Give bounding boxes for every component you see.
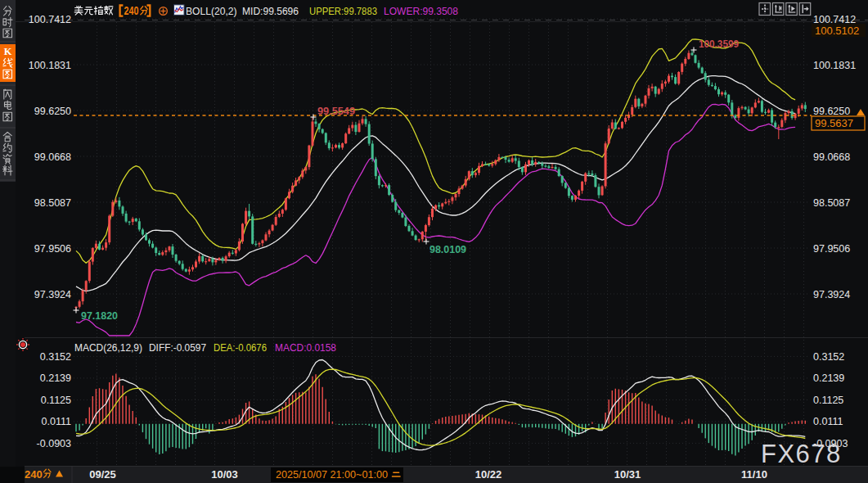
svg-text:DEA:-0.0676: DEA:-0.0676	[214, 341, 267, 354]
svg-text:UPPER:99.7883: UPPER:99.7883	[309, 5, 377, 17]
svg-text:FX678: FX678	[761, 440, 842, 468]
svg-text:0.2139: 0.2139	[40, 372, 71, 384]
svg-text:97.3924: 97.3924	[34, 289, 71, 300]
svg-text:99.0668: 99.0668	[34, 151, 71, 163]
svg-text:97.3924: 97.3924	[813, 289, 850, 300]
svg-text:DIFF:-0.0597: DIFF:-0.0597	[149, 341, 206, 354]
svg-text:2025/10/07 21:00~01:00: 2025/10/07 21:00~01:00	[276, 468, 388, 481]
svg-text:100.5102: 100.5102	[815, 25, 859, 37]
svg-text:100.3599: 100.3599	[699, 38, 739, 50]
svg-text:100.1831: 100.1831	[813, 60, 856, 71]
svg-text:10/22: 10/22	[475, 468, 502, 481]
svg-text:100.7412: 100.7412	[29, 14, 71, 25]
svg-text:99.6250: 99.6250	[813, 106, 850, 117]
svg-text:240: 240	[124, 4, 139, 17]
svg-text:K: K	[4, 46, 12, 57]
svg-text:0.2139: 0.2139	[813, 372, 844, 384]
svg-text:11/10: 11/10	[741, 468, 767, 481]
svg-text:09/25: 09/25	[89, 468, 116, 481]
svg-text:100.1831: 100.1831	[29, 60, 71, 71]
svg-text:99.6250: 99.6250	[34, 106, 71, 117]
svg-text:0.0111: 0.0111	[42, 416, 71, 427]
svg-text:0.3152: 0.3152	[40, 351, 71, 363]
svg-text:0.1125: 0.1125	[41, 395, 71, 406]
svg-text:98.5087: 98.5087	[34, 197, 71, 209]
svg-text:0.0111: 0.0111	[813, 416, 843, 427]
svg-text:LOWER:99.3508: LOWER:99.3508	[384, 5, 458, 17]
svg-text:MACD(26,12,9): MACD(26,12,9)	[74, 341, 142, 354]
svg-text:MACD:0.0158: MACD:0.0158	[275, 341, 336, 354]
svg-text:97.9506: 97.9506	[813, 243, 850, 255]
svg-text:97.1820: 97.1820	[81, 309, 118, 322]
svg-text:98.0109: 98.0109	[430, 243, 466, 255]
svg-text:99.5637: 99.5637	[815, 117, 853, 129]
svg-text:BOLL(20,2): BOLL(20,2)	[186, 5, 237, 17]
svg-text:97.9506: 97.9506	[34, 243, 71, 255]
svg-text:0.3152: 0.3152	[813, 351, 844, 363]
svg-text:100.7412: 100.7412	[813, 14, 856, 25]
svg-text:10/03: 10/03	[211, 468, 238, 481]
svg-text:0.1125: 0.1125	[813, 395, 843, 406]
svg-text:240: 240	[25, 468, 43, 481]
svg-text:10/31: 10/31	[614, 468, 641, 481]
svg-text:MID:99.5696: MID:99.5696	[242, 5, 299, 17]
svg-text:99.5549: 99.5549	[317, 105, 355, 117]
svg-text:99.0668: 99.0668	[813, 151, 850, 163]
svg-text:98.5087: 98.5087	[813, 197, 850, 209]
svg-text:-0.0903: -0.0903	[37, 438, 71, 449]
